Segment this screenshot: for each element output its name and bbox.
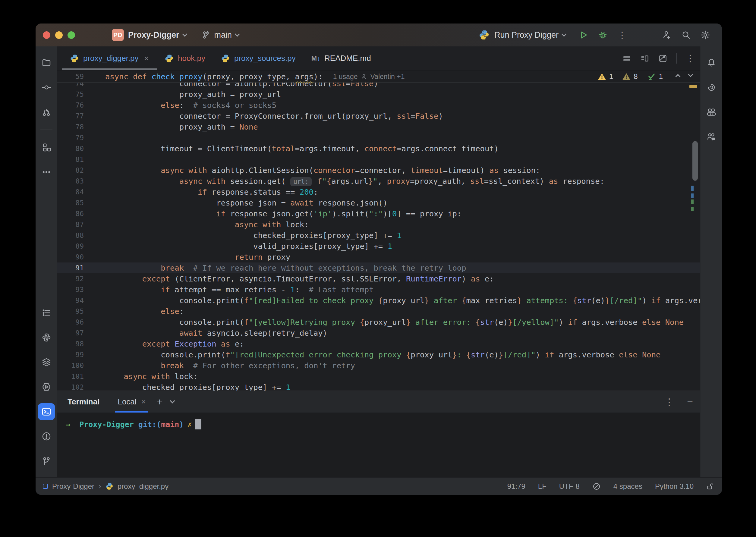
debug-button[interactable] — [594, 26, 611, 44]
code-line[interactable]: 77 connector = ProxyConnector.from_url(p… — [57, 110, 700, 121]
code-line[interactable]: 80 timeout = ClientTimeout(total=args.ti… — [57, 143, 700, 154]
editor-scrollbar[interactable] — [693, 141, 698, 181]
code-line[interactable]: 90 return proxy — [57, 252, 700, 263]
error-stripe-mark[interactable] — [690, 85, 697, 88]
project-breadcrumb-icon — [43, 484, 48, 489]
vcs-change-mark[interactable] — [691, 193, 693, 198]
breadcrumb-file[interactable]: proxy_digger.py — [117, 482, 169, 491]
code-line[interactable]: 96 console.print(f"[yellow]Retrying prox… — [57, 317, 700, 328]
project-widget[interactable]: PD Proxy-Digger — [83, 29, 187, 41]
close-tab-icon[interactable]: × — [144, 54, 149, 63]
more-tool-windows-button[interactable] — [38, 164, 55, 181]
code-line[interactable]: 93 if attempt == max_retries - 1: # Last… — [57, 284, 700, 295]
terminal-output[interactable]: → Proxy-Digger git:(main)✗ — [57, 413, 700, 477]
caret-position[interactable]: 91:79 — [507, 482, 525, 491]
python-packages-tool-button[interactable] — [38, 329, 55, 346]
plugins-tool-button[interactable] — [38, 139, 55, 156]
code-line[interactable]: 91 break # If we reach here without exce… — [57, 263, 700, 273]
terminal-tool-button[interactable] — [38, 403, 55, 420]
run-button[interactable] — [575, 26, 592, 44]
next-problem-icon[interactable] — [688, 72, 693, 77]
hide-terminal-icon[interactable]: − — [687, 396, 693, 408]
tab-readme-md[interactable]: M↓ README.md — [304, 46, 379, 70]
pull-requests-tool-button[interactable] — [38, 103, 55, 121]
tab-proxy-sources-py[interactable]: proxy_sources.py — [213, 46, 304, 70]
code-editor[interactable]: 74 connector = aiohttp.TCPConnector(ssl=… — [57, 70, 700, 391]
breadcrumb[interactable]: Proxy-Digger › proxy_digger.py — [43, 481, 169, 491]
code-line[interactable]: 100 break # For other exceptions, don't … — [57, 360, 700, 371]
terminal-dropdown-icon[interactable] — [170, 398, 175, 403]
code-line[interactable]: 79 — [57, 132, 700, 143]
error-circle-icon — [42, 432, 51, 441]
unlocked-icon[interactable] — [706, 482, 714, 490]
code-line[interactable]: 94 console.print(f"[red]Failed to check … — [57, 295, 700, 306]
structure-tool-button[interactable] — [38, 304, 55, 321]
split-editor-icon[interactable] — [640, 54, 649, 63]
code-line[interactable]: 86 if response_json.get('ip').split(":")… — [57, 208, 700, 219]
code-line[interactable]: 84 if response.status == 200: — [57, 186, 700, 197]
code-line[interactable]: 95 else: — [57, 306, 700, 317]
run-tool-button[interactable] — [38, 379, 55, 395]
code-line[interactable]: 99 console.print(f"[red]Unexpected error… — [57, 349, 700, 360]
vcs-change-mark[interactable] — [691, 207, 693, 211]
structure-view-icon[interactable] — [622, 54, 631, 63]
code-line[interactable]: 102 checked_proxies[proxy_type] += 1 — [57, 382, 700, 391]
git-tool-button[interactable] — [38, 453, 55, 470]
breadcrumb-project[interactable]: Proxy-Digger — [52, 482, 94, 491]
tab-label: README.md — [324, 54, 371, 63]
previous-problem-icon[interactable] — [676, 74, 681, 79]
python-interpreter[interactable]: Python 3.10 — [655, 482, 693, 491]
code-line[interactable]: 75 proxy_auth = proxy_url — [57, 89, 700, 100]
code-line[interactable]: 85 response_json = await response.json() — [57, 197, 700, 208]
code-line[interactable]: 89 valid_proxies[proxy_type] += 1 — [57, 241, 700, 252]
commit-tool-button[interactable] — [38, 79, 55, 96]
code-line[interactable]: 98 except Exception as e: — [57, 338, 700, 349]
code-with-me-button[interactable] — [658, 26, 676, 44]
code-line[interactable]: 82 async with aiohttp.ClientSession(conn… — [57, 165, 700, 176]
code-line[interactable]: 88 checked_proxies[proxy_type] += 1 — [57, 230, 700, 241]
vcs-widget[interactable]: main — [201, 30, 239, 40]
code-line[interactable]: 78 proxy_auth = None — [57, 121, 700, 132]
project-tool-button[interactable] — [38, 54, 55, 71]
usages-hint[interactable]: 1 usage Valentin +1 — [333, 70, 405, 82]
run-configuration-widget[interactable]: Run Proxy Digger — [479, 29, 566, 40]
indent-style[interactable]: 4 spaces — [613, 482, 642, 491]
more-actions-button[interactable]: ⋮ — [613, 26, 631, 44]
code-line[interactable]: 97 await asyncio.sleep(retry_delay) — [57, 328, 700, 338]
code-line[interactable]: 83 async with session.get( url: f"{args.… — [57, 176, 700, 186]
code-line[interactable]: 81 — [57, 154, 700, 165]
code-text: if response_json.get('ip').split(":")[0]… — [84, 208, 700, 219]
line-separator[interactable]: LF — [538, 482, 547, 491]
tab-proxy-digger-py[interactable]: proxy_digger.py × — [62, 46, 157, 70]
code-line[interactable]: 87 async with lock: — [57, 219, 700, 230]
close-terminal-tab-icon[interactable]: × — [141, 397, 146, 406]
code-line[interactable]: 92 except (ClientError, asyncio.TimeoutE… — [57, 273, 700, 284]
highlighting-off-icon[interactable] — [592, 482, 601, 491]
services-tool-button[interactable] — [38, 354, 55, 371]
terminal-tab-local[interactable]: Local × — [115, 391, 148, 413]
tab-hook-py[interactable]: hook.py — [157, 46, 213, 70]
zoom-window-button[interactable] — [67, 31, 75, 39]
vcs-change-mark[interactable] — [691, 199, 693, 204]
search-everywhere-button[interactable] — [677, 26, 695, 44]
image-preview-icon[interactable] — [658, 54, 667, 63]
tab-options-kebab-icon[interactable]: ⋮ — [686, 53, 695, 63]
new-terminal-icon[interactable]: + — [157, 396, 163, 408]
close-window-button[interactable] — [43, 31, 50, 39]
terminal-options-icon[interactable]: ⋮ — [665, 396, 674, 407]
ai-assistant-tool-button[interactable] — [703, 79, 720, 96]
settings-button[interactable] — [696, 26, 714, 44]
breadcrumb-separator-icon: › — [99, 481, 101, 491]
terminal-title[interactable]: Terminal — [67, 397, 100, 406]
notifications-tool-button[interactable] — [703, 54, 720, 71]
vcs-change-mark[interactable] — [691, 186, 693, 191]
chat-tool-button[interactable] — [703, 128, 720, 145]
inspections-widget[interactable]: 1 8 1 — [598, 72, 693, 81]
code-line[interactable]: 101 async with lock: — [57, 371, 700, 382]
problems-tool-button[interactable] — [38, 428, 55, 445]
minimize-window-button[interactable] — [55, 31, 63, 39]
junie-tool-button[interactable] — [703, 103, 720, 121]
file-encoding[interactable]: UTF-8 — [559, 482, 580, 491]
author-hint[interactable]: Valentin +1 — [370, 70, 404, 83]
code-line[interactable]: 76 else: # socks4 or socks5 — [57, 100, 700, 110]
